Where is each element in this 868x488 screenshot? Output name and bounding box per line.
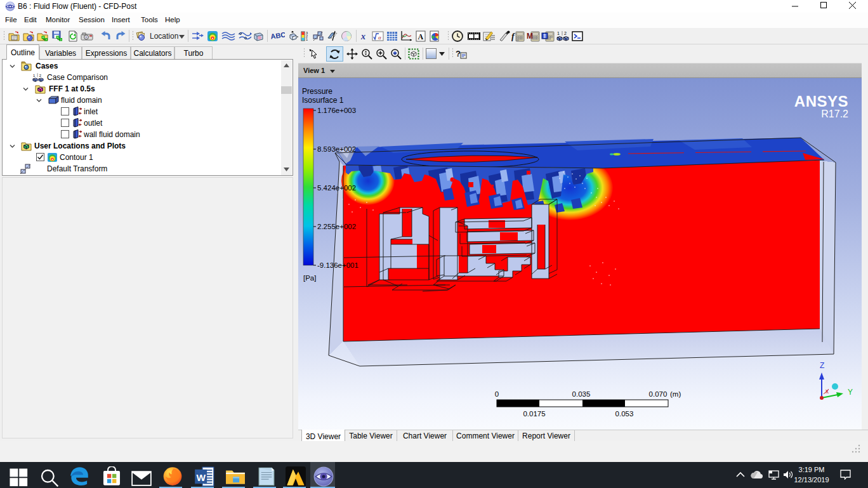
svg-text:0.053: 0.053: [615, 410, 634, 418]
svg-text:2: 2: [564, 31, 567, 36]
svg-text:A: A: [418, 32, 424, 41]
svg-text:(m): (m): [670, 390, 681, 398]
svg-text:Y: Y: [848, 388, 853, 397]
svg-text:0: 0: [495, 390, 499, 398]
svg-text:α: α: [378, 34, 381, 41]
svg-text:ANSYS: ANSYS: [794, 93, 848, 110]
svg-text:Isosurface 1: Isosurface 1: [302, 96, 344, 105]
svg-text:R17.2: R17.2: [821, 109, 848, 119]
svg-text:8.593e+002: 8.593e+002: [317, 145, 356, 153]
svg-text:5.424e+002: 5.424e+002: [317, 184, 356, 192]
svg-text:Pressure: Pressure: [302, 87, 332, 96]
svg-text:W: W: [197, 472, 206, 483]
svg-text:Z: Z: [820, 361, 824, 370]
svg-text:?: ?: [456, 49, 461, 58]
svg-text:1: 1: [33, 74, 35, 77]
svg-text:1.176e+003: 1.176e+003: [317, 107, 356, 114]
svg-text:1: 1: [306, 37, 308, 41]
svg-text:-9.136e+001: -9.136e+001: [317, 261, 358, 269]
svg-text:x: x: [360, 32, 365, 41]
svg-text:2.255e+002: 2.255e+002: [317, 223, 356, 230]
svg-text:x: x: [825, 388, 829, 395]
svg-text:f: f: [511, 32, 515, 41]
svg-text:1: 1: [557, 31, 560, 36]
svg-text:ABC: ABC: [271, 30, 285, 40]
svg-text:0.070: 0.070: [649, 390, 667, 398]
svg-text:2: 2: [39, 74, 41, 77]
svg-text:M: M: [527, 32, 533, 41]
svg-text:0.035: 0.035: [572, 390, 591, 398]
svg-text:0.0175: 0.0175: [523, 410, 545, 418]
svg-text:[Pa]: [Pa]: [303, 274, 316, 282]
